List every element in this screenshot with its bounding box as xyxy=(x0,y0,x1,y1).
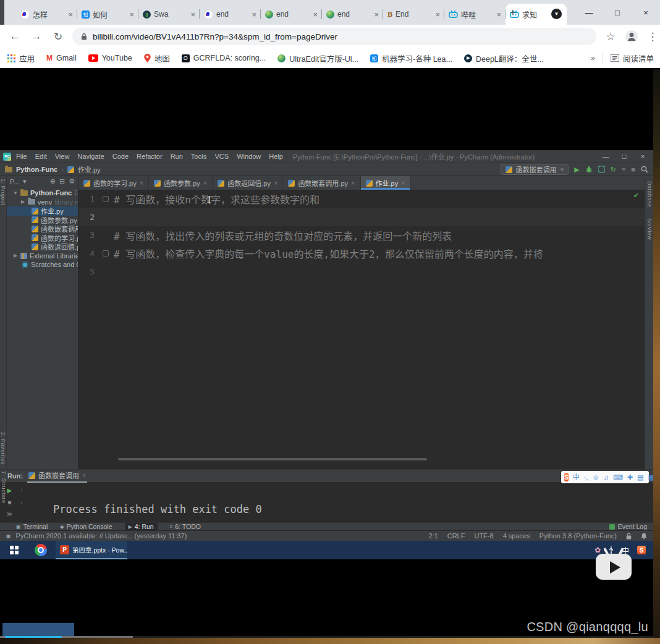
tool-button-run[interactable]: ▶ 4: Run xyxy=(125,523,158,530)
inspections-ok-icon[interactable]: ✔ xyxy=(633,192,639,200)
tab-search-icon[interactable]: ▾ xyxy=(551,9,562,19)
pycharm-close-button[interactable]: × xyxy=(633,150,652,163)
video-player[interactable]: PC File Edit View Navigate Code Refactor… xyxy=(0,68,653,638)
search-everywhere-icon[interactable] xyxy=(641,166,648,173)
editor-tab[interactable]: 函数参数.py × xyxy=(149,176,213,190)
bookmarks-overflow-icon[interactable]: » xyxy=(591,54,595,62)
code-line[interactable]: 1 # 写函数，接收n个数字，求这些参数数字的和 xyxy=(78,190,645,208)
notifications-bell-icon[interactable] xyxy=(641,533,647,540)
tree-item-external-libraries[interactable]: ▶ External Libraries xyxy=(7,252,78,261)
browser-tab[interactable]: end × xyxy=(261,4,322,25)
tool-button-structure[interactable]: 7: Structure xyxy=(1,471,7,504)
tab-close-icon[interactable]: × xyxy=(496,11,501,19)
tool-button-favorites[interactable]: 2: Favorites xyxy=(0,432,6,465)
browser-tab[interactable]: end × xyxy=(200,4,261,25)
readonly-lock-icon[interactable] xyxy=(626,533,632,540)
interpreter[interactable]: Python 3.8 (Python-Func) xyxy=(539,532,617,540)
browser-tab[interactable]: B End × xyxy=(383,4,444,25)
ime-medical-icon[interactable]: ✚ xyxy=(627,474,633,481)
window-close-button[interactable]: × xyxy=(632,0,660,25)
ime-emoji-icon[interactable]: ☺ xyxy=(592,474,599,481)
player-play-button[interactable] xyxy=(594,547,634,582)
browser-tab[interactable]: {} Swa × xyxy=(138,4,200,25)
menu-file[interactable]: File xyxy=(16,153,27,160)
start-button[interactable] xyxy=(0,541,28,559)
bookmark-youtube[interactable]: YouTube xyxy=(88,54,132,62)
scroll-up-icon[interactable]: ↑ xyxy=(20,487,23,494)
tab-close-icon[interactable]: × xyxy=(401,179,405,187)
tab-close-icon[interactable]: × xyxy=(351,179,355,187)
file-encoding[interactable]: UTF-8 xyxy=(474,532,493,540)
ime-keyboard-icon[interactable]: ⌨ xyxy=(613,474,623,481)
bookmark-gmail[interactable]: M Gmail xyxy=(46,54,77,62)
taskbar-powerpoint-button[interactable]: P 第四章.pptx - Pow... xyxy=(56,541,127,559)
ime-skin-icon[interactable]: ▤ xyxy=(637,474,643,481)
profile-avatar[interactable] xyxy=(625,30,638,43)
menu-vcs[interactable]: VCS xyxy=(215,153,229,160)
tool-button-sciview[interactable]: SciView xyxy=(646,218,653,240)
run-config-selector[interactable]: 函数嵌套调用 ▾ xyxy=(501,164,569,175)
pycharm-maximize-button[interactable]: □ xyxy=(615,150,633,163)
ime-punctuation-icon[interactable]: ·, xyxy=(584,474,588,481)
bookmark-star-icon[interactable]: ☆ xyxy=(604,30,617,43)
browser-tab[interactable]: 怎样 × xyxy=(16,4,77,25)
editor-tab[interactable]: 函数嵌套调用.py × xyxy=(283,176,360,190)
debug-button[interactable] xyxy=(585,166,593,173)
back-icon[interactable]: ← xyxy=(8,30,22,43)
menu-view[interactable]: View xyxy=(55,153,70,160)
rerun-button[interactable]: ▶ xyxy=(7,487,12,494)
profiler-button[interactable]: ↻ xyxy=(611,166,616,174)
tree-item-root[interactable]: ▼ Python-Func E:\... xyxy=(7,189,78,198)
tab-close-icon[interactable]: × xyxy=(274,179,277,187)
url-text[interactable]: bilibili.com/video/BV1vA411b7Rn?p=34&spm… xyxy=(93,32,337,41)
code-line[interactable]: 5 xyxy=(78,263,645,281)
tab-close-icon[interactable]: × xyxy=(140,179,143,187)
tree-expanded-icon[interactable]: ▼ xyxy=(13,190,18,196)
tree-item-scratches[interactable]: Scratches and Con... xyxy=(7,260,78,269)
address-bar[interactable]: bilibili.com/video/BV1vA411b7Rn?p=34&spm… xyxy=(72,28,596,45)
run-tab[interactable]: 函数嵌套调用 × xyxy=(27,469,87,483)
browser-tab[interactable]: end × xyxy=(322,4,383,25)
tab-close-icon[interactable]: × xyxy=(252,11,256,19)
tab-close-icon[interactable]: × xyxy=(435,11,440,19)
bookmark-apps[interactable]: 应用 xyxy=(7,53,35,64)
chevron-down-icon[interactable]: ▾ xyxy=(23,177,27,185)
gutter-fold-icon[interactable] xyxy=(98,250,114,256)
locate-file-icon[interactable]: ⊕ xyxy=(50,177,56,185)
tab-close-icon[interactable]: × xyxy=(82,472,86,479)
tree-item-file[interactable]: 函数参数.py xyxy=(7,216,78,225)
bookmark-ml[interactable]: 知 机器学习-各种 Lea... xyxy=(370,53,452,64)
bookmark-ultraedit[interactable]: UltraEdit官方版-Ul... xyxy=(277,53,358,64)
run-button[interactable]: ▶ xyxy=(574,166,579,174)
tool-button-python-console[interactable]: ◆ Python Console xyxy=(60,523,112,530)
window-maximize-button[interactable]: □ xyxy=(603,0,632,25)
forward-icon[interactable]: → xyxy=(30,30,43,43)
tool-button-database[interactable]: Database xyxy=(646,181,653,208)
reload-icon[interactable]: ↻ xyxy=(51,30,65,43)
indent-setting[interactable]: 4 spaces xyxy=(503,532,530,540)
run-anything-icon[interactable]: ≡ xyxy=(622,166,625,173)
tab-close-icon[interactable]: × xyxy=(374,11,379,19)
tray-sogou-icon[interactable]: S xyxy=(637,546,646,554)
ime-voice-icon[interactable]: ♫ xyxy=(604,474,609,481)
browser-tab[interactable]: 哔哩 × xyxy=(444,4,506,25)
menu-run[interactable]: Run xyxy=(171,153,183,160)
collapse-all-icon[interactable]: ⊟ xyxy=(59,177,65,185)
ime-chinese-mode-icon[interactable]: 中 xyxy=(573,474,580,481)
editor-tab[interactable]: 函数的学习.py × xyxy=(78,176,149,190)
code-line-current[interactable]: 2 xyxy=(78,208,645,227)
breadcrumb-file[interactable]: 作业.py xyxy=(78,164,101,174)
skip-icon[interactable]: ≫ xyxy=(6,511,12,517)
new-tab-button[interactable]: + xyxy=(506,5,520,20)
tool-button-project[interactable]: 1: Project xyxy=(0,179,6,205)
tab-close-icon[interactable]: × xyxy=(129,11,134,19)
menu-edit[interactable]: Edit xyxy=(35,153,47,160)
browser-tab[interactable]: 知 如何 × xyxy=(77,4,138,25)
menu-code[interactable]: Code xyxy=(112,153,129,160)
scroll-down-icon[interactable]: ↓ xyxy=(20,499,23,506)
sogou-logo-icon[interactable]: S xyxy=(564,473,569,481)
code-line[interactable]: 4 # 写函数，检查传入字典的每一个value的长度,如果大于2，那么仅保留前两… xyxy=(78,245,645,263)
tree-collapsed-icon[interactable]: ▶ xyxy=(20,199,25,205)
tree-item-file[interactable]: 函数的学习.py xyxy=(7,234,78,243)
menu-navigate[interactable]: Navigate xyxy=(77,153,104,160)
